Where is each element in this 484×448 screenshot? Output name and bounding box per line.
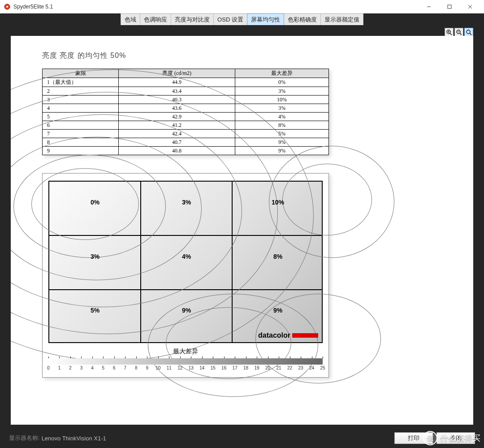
close-report-button[interactable]: 关闭 [436,432,475,444]
grid-cell-label: 3% [182,199,191,206]
zoom-fit-button[interactable] [464,28,473,37]
cell-quadrant: 7 [43,130,119,138]
legend-gradient [48,358,323,365]
cell-luminance: 40.7 [119,138,235,147]
cell-luminance: 43.6 [119,104,235,113]
grid-cell-label: 9% [182,307,191,314]
col-maxdiff: 最大差异 [235,69,329,78]
table-row: 940.89% [43,147,329,155]
maximize-button[interactable] [439,0,460,13]
cell-luminance: 42.4 [119,130,235,138]
tab-gamut[interactable]: 色域 [121,13,140,25]
legend-title: 最大差异 [48,348,323,356]
viewer: 亮度 亮度 的均匀性 50% 象限 亮度 (cd/m2) 最大差异 1（最大值）… [0,25,484,428]
cell-quadrant: 2 [43,87,119,96]
window-title: Spyder5Elite 5.1 [13,4,53,10]
cell-luminance: 43.4 [119,87,235,96]
cell-diff: 4% [235,113,329,121]
cell-quadrant: 9 [43,147,119,155]
col-quadrant: 象限 [43,69,119,78]
grid-cell-label: 5% [91,307,99,314]
grid-cell-label: 0% [91,199,99,206]
cell-diff: 5% [235,130,329,138]
table-row: 742.45% [43,130,329,138]
grid-cell-label: 9% [273,307,282,314]
datacolor-logo: datacolor [258,331,318,339]
cell-diff: 8% [235,121,329,130]
uniformity-grid: datacolor 0%3%10%3%4%8%5%9%9% [48,181,323,343]
monitor-name-value: Lenovo ThinkVision X1-1 [42,435,106,442]
table-row: 641.28% [43,121,329,130]
cell-quadrant: 5 [43,113,119,121]
data-table: 象限 亮度 (cd/m2) 最大差异 1（最大值）44.90%243.43%34… [42,69,329,155]
cell-luminance: 42.9 [119,113,235,121]
cell-quadrant: 4 [43,104,119,113]
grid-cell-label: 10% [272,199,284,206]
window-titlebar: Spyder5Elite 5.1 [0,0,484,13]
svg-rect-3 [448,5,451,9]
cell-quadrant: 6 [43,121,119,130]
grid-cell-label: 3% [91,253,99,260]
tab-osd-settings[interactable]: OSD 设置 [213,13,247,25]
table-row: 243.43% [43,87,329,96]
page-title: 亮度 亮度 的均匀性 50% [42,51,442,61]
cell-diff: 9% [235,138,329,147]
legend-labels: 0123456789101112131415161718192021222324… [48,365,323,373]
tab-monitor-rating[interactable]: 显示器额定值 [320,13,363,25]
cell-luminance: 44.9 [119,78,235,87]
app-icon [4,3,11,10]
table-row: 542.94% [43,113,329,121]
app-body: 色域 色调响应 亮度与对比度 OSD 设置 屏幕均匀性 色彩精确度 显示器额定值… [0,13,484,448]
zoom-tools [445,28,473,37]
footer: 显示器名称: Lenovo ThinkVision X1-1 打印 关闭 [0,428,484,448]
tabs: 色域 色调响应 亮度与对比度 OSD 设置 屏幕均匀性 色彩精确度 显示器额定值 [121,13,363,25]
tab-screen-uniformity[interactable]: 屏幕均匀性 [247,13,284,25]
zoom-in-button[interactable] [445,28,454,37]
close-button[interactable] [460,0,480,13]
cell-luminance: 41.2 [119,121,235,130]
table-row: 840.79% [43,138,329,147]
table-row: 443.63% [43,104,329,113]
svg-point-1 [6,6,8,8]
monitor-name-label: 显示器名称: [9,434,40,442]
cell-diff: 10% [235,96,329,104]
cell-luminance: 40.8 [119,147,235,155]
table-row: 340.310% [43,96,329,104]
tab-color-accuracy[interactable]: 色彩精确度 [284,13,321,25]
svg-line-14 [470,33,471,35]
cell-quadrant: 3 [43,96,119,104]
col-luminance: 亮度 (cd/m2) [119,69,235,78]
cell-quadrant: 1（最大值） [43,78,119,87]
table-row: 1（最大值）44.90% [43,78,329,87]
cell-luminance: 40.3 [119,96,235,104]
tab-tone-response[interactable]: 色调响应 [140,13,171,25]
cell-diff: 3% [235,104,329,113]
cell-diff: 3% [235,87,329,96]
svg-point-13 [467,30,470,34]
cell-diff: 9% [235,147,329,155]
svg-line-11 [460,33,462,35]
minimize-button[interactable] [419,0,439,13]
svg-line-7 [450,33,452,35]
grid-cell-label: 4% [182,253,191,260]
tab-brightness-contrast[interactable]: 亮度与对比度 [171,13,214,25]
grid-cell-label: 8% [273,253,282,260]
tabs-row: 色域 色调响应 亮度与对比度 OSD 设置 屏幕均匀性 色彩精确度 显示器额定值 [0,13,484,25]
uniformity-chart-panel: datacolor 0%3%10%3%4%8%5%9%9% 最大差异 01234… [42,173,329,378]
print-button[interactable]: 打印 [394,432,433,444]
zoom-out-button[interactable] [454,28,463,37]
cell-diff: 0% [235,78,329,87]
cell-quadrant: 8 [43,138,119,147]
report-page: 亮度 亮度 的均匀性 50% 象限 亮度 (cd/m2) 最大差异 1（最大值）… [11,36,473,425]
